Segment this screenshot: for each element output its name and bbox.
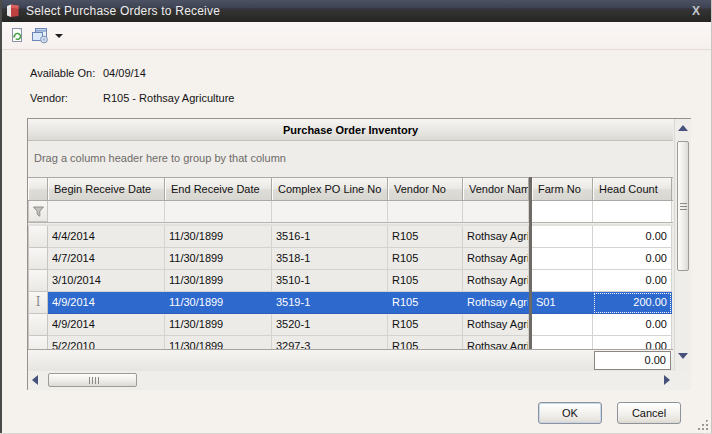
cell-complex_po_line_no[interactable]: 3518-1: [272, 248, 388, 270]
row-indicator[interactable]: [28, 226, 48, 248]
cell-end_receive_date[interactable]: 11/30/1899: [165, 248, 272, 270]
column-header-head_count[interactable]: Head Count: [593, 178, 672, 200]
cell-begin_receive_date[interactable]: 4/4/2014: [48, 226, 165, 248]
scroll-left-icon[interactable]: [32, 375, 38, 385]
cell-vendor_name[interactable]: Rothsay Agric: [463, 226, 529, 248]
table-row[interactable]: 4/4/201411/30/18993516-1R105Rothsay Agri…: [28, 226, 673, 248]
grid-caption: Purchase Order Inventory: [28, 119, 673, 141]
thumb-grip: [680, 203, 687, 204]
head-count-total: 0.00: [594, 351, 671, 370]
thumb-grip: [89, 377, 90, 384]
column-header-vendor_name[interactable]: Vendor Name: [463, 178, 529, 200]
resize-grip-icon[interactable]: [697, 419, 709, 431]
cell-begin_receive_date[interactable]: 4/9/2014: [48, 314, 165, 336]
cell-vendor_name[interactable]: Rothsay Agric: [463, 314, 529, 336]
filter-cell-head_count[interactable]: [593, 201, 672, 222]
group-by-panel[interactable]: Drag a column header here to group by th…: [28, 142, 673, 177]
cascade-windows-gear-icon[interactable]: [31, 27, 49, 45]
filter-cell-end_receive_date[interactable]: [165, 201, 272, 222]
column-header-vendor_no[interactable]: Vendor No: [388, 178, 463, 200]
cell-vendor_name[interactable]: Rothsay Agric: [463, 248, 529, 270]
cell-complex_po_line_no[interactable]: 3520-1: [272, 314, 388, 336]
cell-vendor_no[interactable]: R105: [388, 292, 463, 314]
cell-complex_po_line_no[interactable]: 3519-1: [272, 292, 388, 314]
cell-vendor_name[interactable]: Rothsay Agric: [463, 292, 529, 314]
horizontal-scroll-thumb[interactable]: [48, 373, 137, 387]
filter-cell-vendor_no[interactable]: [388, 201, 463, 222]
table-row[interactable]: 4/9/201411/30/18993520-1R105Rothsay Agri…: [28, 314, 673, 336]
column-header-complex_po_line_no[interactable]: Complex PO Line No: [272, 178, 388, 200]
window-left-border: [0, 0, 2, 434]
cell-farm_no[interactable]: S01: [532, 292, 593, 314]
scroll-down-icon[interactable]: [678, 353, 688, 359]
cell-vendor_name[interactable]: Rothsay Agric: [463, 270, 529, 292]
refresh-document-icon[interactable]: [9, 27, 27, 45]
close-icon[interactable]: X: [689, 3, 703, 19]
cell-complex_po_line_no[interactable]: 3510-1: [272, 270, 388, 292]
row-indicator[interactable]: [28, 270, 48, 292]
cancel-button[interactable]: Cancel: [617, 402, 681, 424]
row-indicator[interactable]: I: [28, 292, 48, 314]
table-row[interactable]: 5/2/201011/30/18993297-3R105Rothsay Agri…: [28, 336, 673, 349]
filter-cell-farm_no[interactable]: [532, 201, 593, 222]
cell-head_count[interactable]: 0.00: [593, 248, 672, 270]
table-row[interactable]: I4/9/201411/30/18993519-1R105Rothsay Agr…: [28, 292, 673, 314]
toolbar-dropdown-caret-icon[interactable]: [55, 34, 63, 38]
cell-head_count[interactable]: 0.00: [593, 226, 672, 248]
row-indicator[interactable]: [28, 248, 48, 270]
column-header-farm_no[interactable]: Farm No: [532, 178, 593, 200]
cell-farm_no[interactable]: [532, 248, 593, 270]
horizontal-scrollbar[interactable]: [28, 371, 691, 390]
cell-head_count[interactable]: 0.00: [593, 314, 672, 336]
cell-begin_receive_date[interactable]: 5/2/2010: [48, 336, 165, 349]
cell-farm_no[interactable]: [532, 314, 593, 336]
cell-vendor_no[interactable]: R105: [388, 270, 463, 292]
filter-row: [28, 201, 673, 223]
frozen-column-divider[interactable]: [529, 177, 532, 349]
focused-row-ibeam-icon: I: [36, 295, 41, 309]
cell-head_count[interactable]: 200.00: [593, 292, 672, 314]
title-bar[interactable]: Select Purchase Orders to Receive X: [0, 0, 712, 22]
cell-head_count[interactable]: 0.00: [593, 270, 672, 292]
filter-row-indicator[interactable]: [28, 201, 48, 222]
cell-vendor_no[interactable]: R105: [388, 248, 463, 270]
column-header-end_receive_date[interactable]: End Receive Date: [165, 178, 272, 200]
filter-cell-vendor_name[interactable]: [463, 201, 529, 222]
thumb-grip: [98, 377, 99, 384]
column-header-begin_receive_date[interactable]: Begin Receive Date: [48, 178, 165, 200]
cell-end_receive_date[interactable]: 11/30/1899: [165, 270, 272, 292]
cell-vendor_no[interactable]: R105: [388, 226, 463, 248]
dialog-window: Select Purchase Orders to Receive X Avai…: [0, 0, 712, 434]
row-indicator[interactable]: [28, 336, 48, 349]
app-icon: [6, 4, 20, 18]
scroll-up-icon[interactable]: [678, 125, 688, 131]
cell-farm_no[interactable]: [532, 270, 593, 292]
cell-vendor_name[interactable]: Rothsay Agric: [463, 336, 529, 349]
cell-farm_no[interactable]: [532, 336, 593, 349]
thumb-grip: [95, 377, 96, 384]
cell-end_receive_date[interactable]: 11/30/1899: [165, 336, 272, 349]
filter-cell-begin_receive_date[interactable]: [48, 201, 165, 222]
vertical-scroll-thumb[interactable]: [677, 141, 689, 271]
scroll-right-icon[interactable]: [664, 375, 670, 385]
cell-begin_receive_date[interactable]: 4/7/2014: [48, 248, 165, 270]
table-row[interactable]: 4/7/201411/30/18993518-1R105Rothsay Agri…: [28, 248, 673, 270]
filter-cell-complex_po_line_no[interactable]: [272, 201, 388, 222]
cell-farm_no[interactable]: [532, 226, 593, 248]
vendor-value: R105 - Rothsay Agriculture: [103, 91, 234, 105]
cell-end_receive_date[interactable]: 11/30/1899: [165, 314, 272, 336]
cell-vendor_no[interactable]: R105: [388, 314, 463, 336]
cell-begin_receive_date[interactable]: 4/9/2014: [48, 292, 165, 314]
cell-vendor_no[interactable]: R105: [388, 336, 463, 349]
cell-begin_receive_date[interactable]: 3/10/2014: [48, 270, 165, 292]
ok-button[interactable]: OK: [538, 402, 602, 424]
cell-complex_po_line_no[interactable]: 3516-1: [272, 226, 388, 248]
filter-funnel-icon: [33, 206, 44, 217]
vertical-scrollbar[interactable]: [674, 119, 691, 371]
cell-complex_po_line_no[interactable]: 3297-3: [272, 336, 388, 349]
cell-end_receive_date[interactable]: 11/30/1899: [165, 292, 272, 314]
cell-end_receive_date[interactable]: 11/30/1899: [165, 226, 272, 248]
table-row[interactable]: 3/10/201411/30/18993510-1R105Rothsay Agr…: [28, 270, 673, 292]
row-indicator[interactable]: [28, 314, 48, 336]
cell-head_count[interactable]: 0.00: [593, 336, 672, 349]
